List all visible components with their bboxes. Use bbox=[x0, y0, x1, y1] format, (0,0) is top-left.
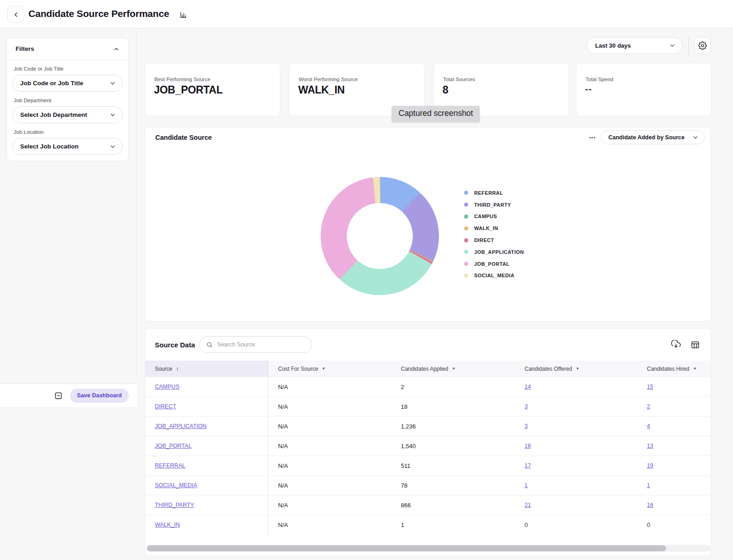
legend-dot bbox=[464, 250, 468, 254]
source-link[interactable]: WALK_IN bbox=[155, 522, 180, 528]
stat-value: -- bbox=[585, 84, 592, 94]
save-dashboard-button[interactable]: Save Dashboard bbox=[70, 389, 129, 403]
chart-metric-select[interactable]: Candidate Added by Source bbox=[601, 130, 705, 144]
filters-panel: Filters Job Code or Job Title Job Code o… bbox=[6, 38, 129, 161]
candidates-applied-cell: 511 bbox=[391, 456, 515, 475]
column-header-candidates-applied[interactable]: Candidates Applied▼ bbox=[391, 361, 515, 377]
candidates-offered-link[interactable]: 16 bbox=[525, 443, 531, 449]
chevron-down-icon bbox=[692, 134, 699, 141]
column-header-source[interactable]: Source↑ bbox=[145, 361, 268, 377]
candidates-hired-link[interactable]: 16 bbox=[647, 502, 653, 508]
job-department-select[interactable]: Select Job Department bbox=[12, 106, 123, 123]
table-toolbar: Source Data bbox=[145, 329, 711, 361]
cell-value: N/A bbox=[278, 462, 288, 469]
chevron-down-icon bbox=[109, 143, 116, 150]
candidates-offered-link[interactable]: 21 bbox=[525, 502, 531, 508]
legend-item-direct[interactable]: DIRECT bbox=[464, 234, 524, 246]
candidates-hired-link[interactable]: 15 bbox=[647, 384, 653, 390]
candidates-offered-link[interactable]: 3 bbox=[525, 423, 528, 429]
candidates-offered-link[interactable]: 14 bbox=[525, 384, 531, 390]
cost-cell: N/A bbox=[268, 456, 391, 475]
stat-label: Best Performing Source bbox=[154, 77, 210, 82]
search-input[interactable] bbox=[217, 341, 304, 348]
source-link[interactable]: JOB_PORTAL bbox=[155, 443, 191, 449]
source-link[interactable]: THIRD_PARTY bbox=[155, 502, 194, 508]
table-view-button[interactable] bbox=[690, 340, 700, 350]
legend-dot bbox=[464, 238, 468, 242]
candidates-offered-link[interactable]: 3 bbox=[525, 403, 528, 410]
candidates-offered-link[interactable]: 17 bbox=[525, 462, 531, 469]
date-range-value: Last 30 days bbox=[595, 42, 631, 49]
cell-value: N/A bbox=[278, 403, 288, 410]
candidates-offered-link[interactable]: 1 bbox=[525, 482, 528, 489]
cell-value: 511 bbox=[401, 462, 410, 469]
legend-item-job_application[interactable]: JOB_APPLICATION bbox=[464, 246, 524, 258]
candidates-hired-link[interactable]: 19 bbox=[647, 462, 653, 469]
donut-slice-job_portal[interactable] bbox=[322, 179, 375, 277]
cell-value: N/A bbox=[278, 522, 288, 528]
scrollbar-thumb[interactable] bbox=[147, 545, 666, 551]
download-button[interactable] bbox=[671, 340, 681, 350]
source-link[interactable]: CAMPUS bbox=[155, 384, 179, 390]
column-header-cost-for-source[interactable]: Cost For Source▼ bbox=[268, 361, 391, 377]
bar-chart-icon bbox=[180, 11, 187, 18]
settings-button[interactable] bbox=[694, 37, 711, 54]
candidates-hired-link[interactable]: 1 bbox=[647, 482, 650, 489]
legend-item-third_party[interactable]: THIRD_PARTY bbox=[464, 199, 524, 211]
candidates-applied-cell: 18 bbox=[391, 397, 515, 416]
cell-value: 2 bbox=[401, 384, 404, 390]
table-title: Source Data bbox=[155, 341, 195, 349]
candidates-hired-link[interactable]: 4 bbox=[647, 423, 650, 429]
candidates-hired-link[interactable]: 13 bbox=[647, 443, 653, 449]
table-row-job_application: JOB_APPLICATIONN/A1,23634 bbox=[145, 416, 711, 436]
collapse-sidebar-button[interactable] bbox=[54, 391, 63, 400]
job-code-select[interactable]: Job Code or Job Title bbox=[12, 75, 123, 92]
cost-cell: N/A bbox=[268, 436, 391, 456]
cell-value: N/A bbox=[278, 502, 288, 509]
page-title: Candidate Source Performance bbox=[28, 8, 169, 19]
chevron-down-icon bbox=[109, 80, 116, 87]
date-range-select[interactable]: Last 30 days bbox=[586, 37, 683, 54]
sort-ascending-icon: ↑ bbox=[176, 365, 179, 372]
chart-menu-button[interactable]: ••• bbox=[586, 132, 599, 143]
legend-item-social_media[interactable]: SOCIAL_MEDIA bbox=[464, 270, 524, 282]
column-header-candidates-hired[interactable]: Candidates Hired▼ bbox=[637, 361, 711, 377]
cell-value: 866 bbox=[401, 502, 411, 509]
chevron-left-icon bbox=[12, 11, 20, 18]
source-data-table: Source↑Cost For Source▼Candidates Applie… bbox=[145, 361, 711, 534]
legend-item-referral[interactable]: REFERRAL bbox=[464, 187, 524, 199]
legend-item-job_portal[interactable]: JOB_PORTAL bbox=[464, 258, 524, 270]
sidebar: Filters Job Code or Job Title Job Code o… bbox=[0, 28, 137, 379]
table-row-walk_in: WALK_INN/A100 bbox=[145, 515, 711, 534]
legend-item-campus[interactable]: CAMPUS bbox=[464, 211, 524, 223]
back-button[interactable] bbox=[7, 6, 24, 23]
cell-value: 1,540 bbox=[401, 443, 416, 450]
source-link[interactable]: JOB_APPLICATION bbox=[155, 423, 207, 429]
filters-header[interactable]: Filters bbox=[7, 38, 128, 60]
candidates-offered-cell: 21 bbox=[515, 495, 637, 515]
source-link[interactable]: REFERRAL bbox=[155, 462, 186, 469]
source-data-card: Source Data Source↑Cost For Source▼Candi… bbox=[145, 328, 711, 556]
job-department-label: Job Department bbox=[14, 98, 123, 103]
candidates-applied-cell: 1,236 bbox=[391, 417, 515, 436]
horizontal-scrollbar[interactable] bbox=[146, 545, 711, 552]
donut-slice-social_media[interactable] bbox=[374, 178, 379, 202]
cost-cell: N/A bbox=[268, 476, 391, 495]
legend-label: THIRD_PARTY bbox=[474, 202, 511, 208]
candidates-hired-link[interactable]: 2 bbox=[647, 403, 650, 410]
job-location-select[interactable]: Select Job Location bbox=[12, 138, 123, 155]
legend-label: REFERRAL bbox=[474, 190, 503, 196]
source-cell: REFERRAL bbox=[145, 456, 268, 475]
source-link[interactable]: DIRECT bbox=[155, 403, 176, 410]
source-link[interactable]: SOCIAL_MEDIA bbox=[155, 482, 197, 489]
donut-slice-third_party[interactable] bbox=[404, 195, 438, 261]
column-header-candidates-offered[interactable]: Candidates Offered▼ bbox=[515, 361, 637, 377]
table-row-social_media: SOCIAL_MEDIAN/A7811 bbox=[145, 475, 711, 495]
chevron-up-icon[interactable] bbox=[113, 46, 120, 52]
candidates-applied-cell: 2 bbox=[391, 377, 515, 396]
legend-item-walk_in[interactable]: WALK_IN bbox=[464, 222, 524, 234]
search-box bbox=[199, 336, 312, 353]
candidates-offered-cell: 14 bbox=[515, 377, 637, 396]
stat-label: Total Sources bbox=[443, 77, 475, 82]
job-location-select-value: Select Job Location bbox=[20, 143, 79, 150]
